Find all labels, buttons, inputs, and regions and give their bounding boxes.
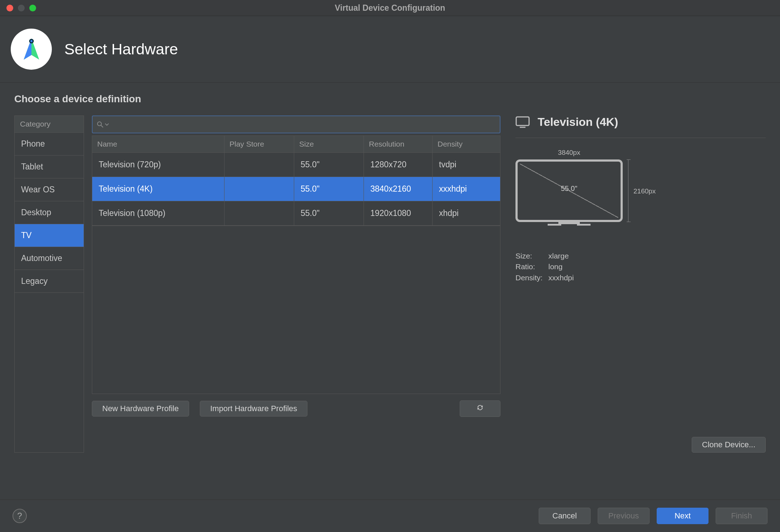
- cell-resolution: 1280x720: [364, 153, 433, 177]
- category-header: Category: [15, 116, 84, 133]
- spec-ratio-value: long: [548, 261, 563, 272]
- spec-size-label: Size:: [515, 251, 548, 261]
- zoom-window-button[interactable]: [29, 5, 36, 11]
- spec-size-value: xlarge: [548, 251, 569, 261]
- tv-icon: [515, 116, 530, 128]
- th-play-store[interactable]: Play Store: [224, 136, 294, 153]
- cell-size: 55.0": [294, 153, 364, 177]
- spec-density-value: xxxhdpi: [548, 272, 574, 283]
- help-button[interactable]: ?: [13, 509, 27, 523]
- th-resolution[interactable]: Resolution: [364, 136, 433, 153]
- search-input[interactable]: [109, 118, 496, 131]
- previous-button: Previous: [598, 508, 650, 524]
- cell-density: xhdpi: [433, 201, 500, 225]
- cell-name: Television (1080p): [92, 201, 224, 225]
- category-item-phone[interactable]: Phone: [15, 133, 84, 156]
- cell-name: Television (720p): [92, 153, 224, 177]
- cell-density: tvdpi: [433, 153, 500, 177]
- cell-size: 55.0": [294, 177, 364, 201]
- diagram-diagonal-label: 55.0": [515, 184, 623, 193]
- refresh-icon: [476, 404, 484, 412]
- cell-play-store: [224, 201, 294, 225]
- traffic-lights: [0, 5, 36, 11]
- android-studio-logo: [11, 29, 52, 70]
- section-subtitle: Choose a device definition: [14, 93, 766, 105]
- spec-density-label: Density:: [515, 272, 548, 283]
- finish-button: Finish: [716, 508, 767, 524]
- footer: ? Cancel Previous Next Finish: [0, 499, 780, 532]
- cell-resolution: 3840x2160: [364, 177, 433, 201]
- device-table: Name Play Store Size Resolution Density …: [92, 136, 500, 226]
- svg-rect-4: [516, 117, 529, 125]
- page-title: Select Hardware: [64, 40, 178, 58]
- minimize-window-button: [18, 5, 25, 11]
- table-row[interactable]: Television (720p) 55.0" 1280x720 tvdpi: [92, 153, 500, 177]
- device-diagram: 3840px 55.0" 2160px: [515, 159, 658, 242]
- category-item-wear-os[interactable]: Wear OS: [15, 178, 84, 201]
- category-item-tv[interactable]: TV: [15, 224, 84, 247]
- diagram-stand: [558, 222, 580, 224]
- window-title: Virtual Device Configuration: [335, 3, 445, 13]
- cell-name: Television (4K): [92, 177, 224, 201]
- cell-resolution: 1920x1080: [364, 201, 433, 225]
- cell-play-store: [224, 153, 294, 177]
- search-icon: [96, 120, 104, 128]
- table-header-row: Name Play Store Size Resolution Density: [92, 136, 500, 153]
- titlebar: Virtual Device Configuration: [0, 0, 780, 16]
- import-hardware-profiles-button[interactable]: Import Hardware Profiles: [200, 401, 307, 417]
- detail-title: Television (4K): [538, 115, 618, 129]
- search-field[interactable]: [92, 115, 500, 133]
- clone-device-button[interactable]: Clone Device...: [692, 437, 766, 453]
- th-name[interactable]: Name: [92, 136, 224, 153]
- close-window-button[interactable]: [6, 5, 13, 11]
- diagram-height-label: 2160px: [633, 187, 656, 195]
- spec-ratio-label: Ratio:: [515, 261, 548, 272]
- detail-specs: Size:xlarge Ratio:long Density:xxxhdpi: [515, 251, 766, 283]
- category-list: Category Phone Tablet Wear OS Desktop TV…: [14, 115, 84, 453]
- category-item-desktop[interactable]: Desktop: [15, 201, 84, 224]
- help-icon: ?: [17, 511, 22, 521]
- detail-panel: Television (4K) 3840px 55.0" 2160px Size…: [508, 115, 766, 453]
- cell-play-store: [224, 177, 294, 201]
- svg-point-2: [98, 122, 102, 126]
- th-size[interactable]: Size: [294, 136, 364, 153]
- compass-icon: [19, 36, 44, 62]
- th-density[interactable]: Density: [433, 136, 500, 153]
- new-hardware-profile-button[interactable]: New Hardware Profile: [92, 401, 189, 417]
- header: Select Hardware: [0, 16, 780, 83]
- cell-size: 55.0": [294, 201, 364, 225]
- refresh-button[interactable]: [460, 400, 500, 417]
- svg-line-3: [101, 125, 103, 128]
- category-item-tablet[interactable]: Tablet: [15, 156, 84, 178]
- category-item-legacy[interactable]: Legacy: [15, 270, 84, 293]
- svg-point-1: [30, 40, 33, 42]
- category-item-automotive[interactable]: Automotive: [15, 247, 84, 270]
- cell-density: xxxhdpi: [433, 177, 500, 201]
- diagram-width-label: 3840px: [515, 149, 623, 157]
- cancel-button[interactable]: Cancel: [539, 508, 591, 524]
- table-row[interactable]: Television (1080p) 55.0" 1920x1080 xhdpi: [92, 201, 500, 226]
- diagram-height-line: [628, 159, 628, 222]
- table-row[interactable]: Television (4K) 55.0" 3840x2160 xxxhdpi: [92, 177, 500, 201]
- chevron-down-icon[interactable]: [105, 122, 109, 127]
- next-button[interactable]: Next: [657, 508, 709, 524]
- table-empty-area: [92, 226, 500, 394]
